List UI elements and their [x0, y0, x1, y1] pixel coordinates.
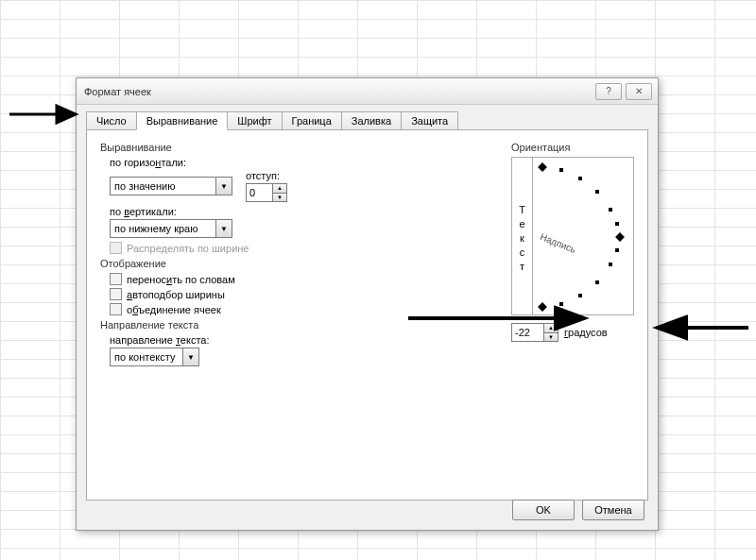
spinner-up-icon[interactable]: ▲ [544, 324, 558, 332]
direction-select-value: по контексту [114, 351, 175, 363]
spinner-down-icon[interactable]: ▼ [544, 332, 558, 342]
orientation-needle: Надпись [539, 231, 577, 255]
tab-fill[interactable]: Заливка [341, 111, 402, 130]
tab-border[interactable]: Граница [282, 111, 342, 130]
vertical-text-strip[interactable]: Т е к с т [512, 158, 533, 314]
indent-label: отступ: [246, 170, 287, 181]
titlebar: Формат ячеек ? ✕ [77, 78, 658, 105]
ok-button[interactable]: OK [512, 500, 575, 520]
orientation-widget[interactable]: Т е к с т [511, 157, 634, 315]
merge-label: объединение ячеек [127, 304, 221, 315]
checkbox-icon [110, 303, 122, 315]
degrees-label: градусов [564, 327, 608, 338]
tab-strip: Число Выравнивание Шрифт Граница Заливка… [77, 105, 658, 129]
orientation-group-title: Ориентация [511, 142, 634, 153]
close-button[interactable]: ✕ [626, 83, 652, 100]
dropdown-arrow-icon: ▼ [215, 220, 232, 237]
help-button[interactable]: ? [595, 83, 622, 100]
checkbox-icon [110, 242, 122, 254]
indent-value: 0 [247, 184, 272, 201]
vertical-select[interactable]: по нижнему краю ▼ [110, 219, 232, 238]
spinner-down-icon[interactable]: ▼ [273, 193, 286, 202]
direction-select[interactable]: по контексту ▼ [110, 348, 199, 366]
degrees-value: -22 [512, 324, 543, 341]
vertical-select-value: по нижнему краю [114, 223, 198, 234]
checkbox-icon [110, 288, 122, 300]
horizontal-select[interactable]: по значению ▼ [110, 177, 232, 195]
indent-spinner[interactable]: 0 ▲ ▼ [246, 183, 287, 202]
tab-alignment[interactable]: Выравнивание [136, 111, 229, 130]
tab-protection[interactable]: Защита [401, 111, 458, 130]
checkbox-icon [110, 273, 122, 285]
alignment-panel: Выравнивание по горизонтали: по значению… [86, 129, 648, 501]
orientation-section: Ориентация Т е к с т [511, 140, 634, 342]
tab-font[interactable]: Шрифт [227, 111, 282, 130]
orientation-dial[interactable]: Надпись [533, 158, 633, 314]
degrees-spinner[interactable]: -22 ▲ ▼ [511, 323, 558, 342]
cancel-button[interactable]: Отмена [582, 500, 644, 520]
spinner-up-icon[interactable]: ▲ [273, 184, 286, 193]
tab-number[interactable]: Число [86, 111, 137, 130]
wrap-label: переносить по словам [127, 274, 235, 285]
format-cells-dialog: Формат ячеек ? ✕ Число Выравнивание Шриф… [76, 77, 659, 531]
dropdown-arrow-icon: ▼ [215, 178, 232, 195]
autofit-label: автоподбор ширины [127, 289, 225, 300]
horizontal-select-value: по значению [114, 180, 175, 192]
dialog-buttons: OK Отмена [512, 500, 644, 520]
dropdown-arrow-icon: ▼ [182, 348, 198, 365]
distribute-label: Распределять по ширине [127, 243, 249, 254]
dialog-title: Формат ячеек [84, 86, 592, 97]
